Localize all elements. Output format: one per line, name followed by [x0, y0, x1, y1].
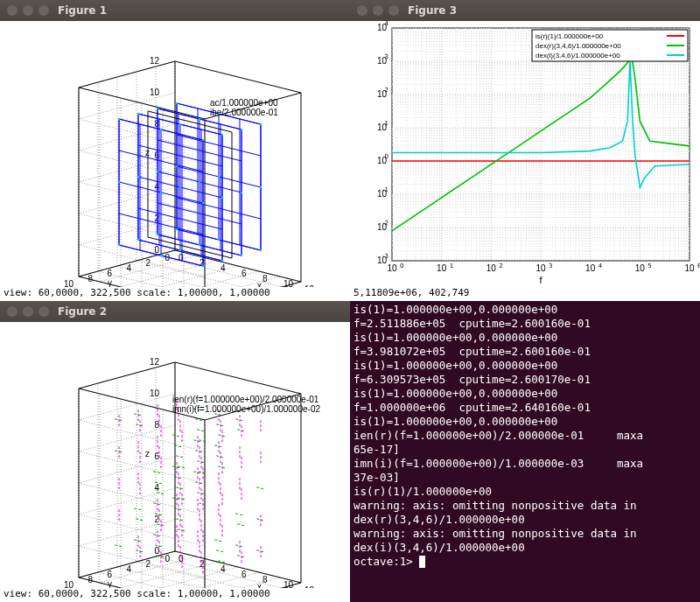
minimize-icon[interactable]: [373, 5, 383, 16]
figure-2-window[interactable]: Figure 2 0246810120246810024681012zyxien…: [0, 301, 350, 602]
svg-text:4: 4: [385, 21, 389, 27]
svg-line-86: [175, 61, 301, 93]
svg-point-199: [179, 186, 181, 188]
svg-text:4: 4: [126, 564, 131, 574]
svg-text:10: 10: [387, 263, 397, 273]
svg-line-423: [216, 550, 225, 552]
svg-text:imn(i)(f=1.000000e+00)/1.00000: imn(i)(f=1.000000e+00)/1.000000e-02: [172, 404, 320, 414]
maximize-icon[interactable]: [38, 5, 49, 16]
figure-3-canvas[interactable]: 10010110210310410510610-310-210-11001011…: [350, 21, 700, 301]
svg-text:4: 4: [220, 564, 226, 574]
svg-point-196: [137, 176, 139, 178]
figure-1-titlebar[interactable]: Figure 1: [0, 0, 350, 21]
svg-text:1: 1: [450, 262, 453, 270]
terminal[interactable]: is(1)=1.000000e+00,0.000000e+00f=2.51188…: [350, 301, 700, 602]
svg-point-189: [199, 244, 200, 246]
terminal-line: is(1)=1.000000e+00,0.000000e+00: [354, 387, 696, 401]
svg-text:2: 2: [145, 559, 150, 569]
svg-text:6: 6: [107, 570, 112, 579]
svg-text:4: 4: [154, 483, 159, 493]
close-icon[interactable]: [357, 5, 368, 16]
svg-point-212: [202, 139, 204, 141]
cursor-icon: [419, 556, 425, 568]
svg-text:12: 12: [150, 56, 160, 66]
svg-line-353: [115, 545, 123, 547]
svg-point-193: [241, 192, 242, 193]
svg-line-348: [134, 508, 143, 510]
terminal-line: f=2.511886e+05 cputime=2.600160e-01: [354, 317, 696, 331]
svg-text:4: 4: [220, 263, 226, 273]
close-icon[interactable]: [7, 5, 18, 16]
svg-point-207: [160, 255, 162, 256]
svg-point-203: [221, 134, 223, 136]
svg-text:dex(i)(3,4,6)/1.000000e+00: dex(i)(3,4,6)/1.000000e+00: [536, 52, 620, 60]
svg-text:0: 0: [385, 153, 388, 160]
svg-text:ibe/2.000000e-01: ibe/2.000000e-01: [210, 108, 278, 117]
terminal-line: f=1.000000e+06 cputime=2.640160e-01: [354, 401, 696, 415]
svg-point-210: [202, 265, 204, 267]
svg-point-186: [157, 234, 158, 235]
figure-3-titlebar[interactable]: Figure 3: [350, 0, 700, 21]
svg-line-448: [256, 487, 265, 489]
terminal-line: f=3.981072e+05 cputime=2.600160e-01: [354, 345, 696, 359]
svg-point-188: [157, 108, 158, 109]
terminal-line: is(1)=1.000000e+00,0.000000e+00: [354, 359, 696, 373]
svg-line-261: [79, 488, 175, 514]
terminal-line: is(1)=1.000000e+00,0.000000e+00: [354, 415, 696, 429]
svg-point-181: [218, 176, 220, 178]
figure-1-window[interactable]: Figure 1 0246810120246810024681012zyxac/…: [0, 0, 350, 301]
minimize-icon[interactable]: [23, 5, 33, 16]
figure-2-titlebar[interactable]: Figure 2: [0, 301, 350, 322]
terminal-line: imn(i)(f=1.000000e+00)/1.000000e-03 maxa: [354, 457, 696, 471]
figure-2-status: view: 60,0000, 322,500 scale: 1,00000, 1…: [0, 588, 350, 602]
figure-1-title: Figure 1: [58, 4, 107, 17]
svg-point-179: [176, 102, 178, 104]
svg-text:10: 10: [150, 388, 160, 398]
svg-text:0: 0: [154, 245, 159, 255]
svg-text:ac/1.000000e+00: ac/1.000000e+00: [210, 98, 278, 108]
svg-text:10: 10: [536, 263, 546, 273]
svg-text:10: 10: [635, 263, 646, 273]
svg-line-52: [79, 93, 175, 119]
svg-text:8: 8: [88, 575, 93, 584]
maximize-icon[interactable]: [388, 5, 399, 16]
svg-text:10: 10: [585, 263, 596, 273]
terminal-line: warning: axis: omitting nonpositive data…: [354, 527, 696, 541]
terminal-prompt[interactable]: octave:1>: [354, 555, 696, 569]
close-icon[interactable]: [7, 306, 18, 317]
svg-line-388: [214, 540, 223, 542]
svg-point-211: [202, 202, 204, 204]
figure-1-canvas[interactable]: 0246810120246810024681012zyxac/1.000000e…: [0, 21, 350, 301]
svg-point-191: [199, 118, 200, 120]
svg-point-195: [137, 239, 139, 241]
svg-point-184: [260, 186, 262, 188]
svg-text:10: 10: [150, 88, 160, 97]
svg-point-208: [160, 192, 162, 193]
svg-point-202: [221, 197, 223, 199]
svg-text:8: 8: [88, 274, 93, 284]
minimize-icon[interactable]: [23, 306, 33, 317]
svg-point-200: [179, 123, 181, 125]
svg-point-205: [118, 181, 120, 183]
svg-point-178: [176, 165, 178, 167]
svg-point-197: [137, 113, 139, 115]
svg-text:0: 0: [400, 262, 403, 270]
terminal-line: dex(i)(3,4,6)/1.000000e+00: [354, 541, 696, 555]
svg-text:-3: -3: [382, 253, 388, 260]
terminal-line: f=6.309573e+05 cputime=2.600170e-01: [354, 373, 696, 387]
svg-text:4: 4: [126, 263, 131, 273]
svg-line-453: [237, 524, 246, 526]
terminal-line: 65e-17]: [354, 443, 696, 457]
figure-2-canvas[interactable]: 0246810120246810024681012zyxien(r)(f=1.0…: [0, 322, 350, 602]
svg-text:0: 0: [164, 554, 170, 564]
svg-text:3: 3: [385, 53, 388, 60]
svg-text:3: 3: [549, 262, 552, 270]
svg-text:-1: -1: [382, 186, 388, 193]
svg-text:6: 6: [242, 570, 247, 579]
figure-3-window[interactable]: Figure 3 10010110210310410510610-310-210…: [350, 0, 700, 301]
svg-text:5: 5: [648, 262, 651, 270]
svg-text:2: 2: [145, 258, 150, 268]
maximize-icon[interactable]: [38, 306, 49, 317]
svg-text:1: 1: [385, 120, 388, 127]
svg-text:dex(r)(3,4,6)/1.000000e+00: dex(r)(3,4,6)/1.000000e+00: [536, 42, 621, 50]
